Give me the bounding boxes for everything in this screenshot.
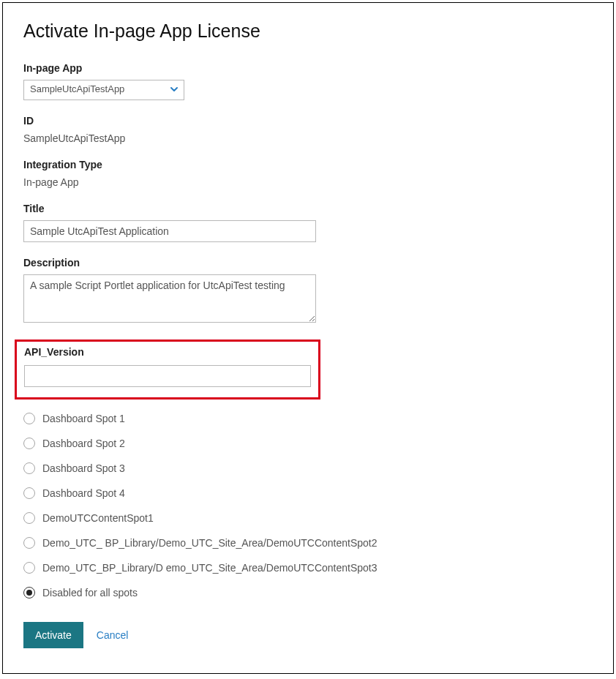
spot-radio-row[interactable]: Dashboard Spot 3 — [23, 462, 593, 474]
radio-label[interactable]: Demo_UTC_ BP_Library/Demo_UTC_Site_Area/… — [42, 537, 378, 549]
page-title: Activate In-page App License — [23, 20, 593, 42]
cancel-button[interactable]: Cancel — [97, 629, 129, 641]
title-label: Title — [23, 203, 593, 214]
activate-license-dialog: Activate In-page App License In-page App… — [2, 2, 614, 674]
inpage-app-label: In-page App — [23, 62, 593, 74]
api-version-highlight: API_Version — [15, 340, 320, 399]
radio-icon[interactable] — [23, 438, 35, 449]
radio-label[interactable]: Dashboard Spot 1 — [42, 413, 125, 424]
spot-radio-row[interactable]: Demo_UTC_ BP_Library/Demo_UTC_Site_Area/… — [23, 537, 593, 549]
radio-label[interactable]: Demo_UTC_BP_Library/D emo_UTC_Site_Area/… — [42, 562, 378, 574]
radio-dot-icon — [26, 590, 32, 596]
integration-type-label: Integration Type — [23, 159, 593, 170]
title-input[interactable] — [23, 220, 316, 242]
radio-label[interactable]: Dashboard Spot 3 — [42, 462, 125, 474]
button-row: Activate Cancel — [23, 622, 593, 648]
radio-icon[interactable] — [23, 537, 35, 549]
radio-icon[interactable] — [23, 462, 35, 474]
field-integration-type: Integration Type In-page App — [23, 159, 593, 188]
inpage-app-select-value[interactable]: SampleUtcApiTestApp — [23, 80, 184, 100]
id-label: ID — [23, 115, 593, 127]
radio-label[interactable]: DemoUTCContentSpot1 — [42, 512, 154, 524]
description-label: Description — [23, 257, 593, 269]
field-title: Title — [23, 203, 593, 242]
spot-radio-group: Dashboard Spot 1Dashboard Spot 2Dashboar… — [23, 413, 593, 599]
spot-radio-row[interactable]: Dashboard Spot 2 — [23, 438, 593, 449]
api-version-input[interactable] — [24, 365, 311, 387]
spot-radio-row[interactable]: Disabled for all spots — [23, 587, 593, 599]
integration-type-value: In-page App — [23, 176, 593, 188]
radio-label[interactable]: Disabled for all spots — [42, 587, 138, 599]
spot-radio-row[interactable]: DemoUTCContentSpot1 — [23, 512, 593, 524]
radio-icon[interactable] — [23, 587, 35, 599]
radio-icon[interactable] — [23, 512, 35, 524]
radio-label[interactable]: Dashboard Spot 2 — [42, 438, 125, 449]
spot-radio-row[interactable]: Dashboard Spot 1 — [23, 413, 593, 424]
description-textarea[interactable]: A sample Script Portlet application for … — [23, 274, 316, 323]
field-id: ID SampleUtcApiTestApp — [23, 115, 593, 144]
spot-radio-row[interactable]: Demo_UTC_BP_Library/D emo_UTC_Site_Area/… — [23, 562, 593, 574]
radio-icon[interactable] — [23, 562, 35, 574]
field-inpage-app: In-page App SampleUtcApiTestApp — [23, 62, 593, 100]
activate-button[interactable]: Activate — [23, 622, 83, 648]
spot-radio-row[interactable]: Dashboard Spot 4 — [23, 487, 593, 499]
radio-icon[interactable] — [23, 413, 35, 424]
radio-icon[interactable] — [23, 487, 35, 499]
api-version-label: API_Version — [24, 346, 311, 358]
field-description: Description A sample Script Portlet appl… — [23, 257, 593, 325]
id-value: SampleUtcApiTestApp — [23, 132, 593, 144]
inpage-app-select[interactable]: SampleUtcApiTestApp — [23, 80, 184, 100]
radio-label[interactable]: Dashboard Spot 4 — [42, 487, 125, 499]
